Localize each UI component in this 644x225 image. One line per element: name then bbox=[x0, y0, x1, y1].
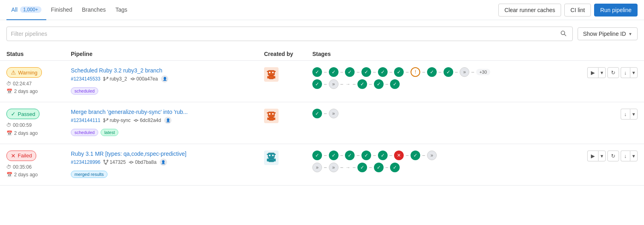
tab-all-badge: 1,000+ bbox=[20, 6, 41, 13]
commit-icon bbox=[129, 160, 134, 165]
pipeline-title-link[interactable]: Scheduled Ruby 3.2 ruby3_2 branch bbox=[71, 67, 162, 74]
search-icon-button[interactable] bbox=[559, 30, 568, 38]
play-action-group: ▶ ▾ bbox=[587, 151, 606, 161]
download-dropdown-button[interactable]: ▾ bbox=[630, 67, 638, 78]
mr-icon bbox=[103, 160, 108, 165]
status-meta: ⏱ 00:00:59 📅 2 days ago bbox=[6, 122, 58, 137]
stage-connector: – bbox=[439, 69, 442, 75]
retry-button[interactable]: ↻ bbox=[607, 151, 619, 161]
download-button[interactable]: ↓ bbox=[621, 151, 630, 161]
clock-icon: ⏱ bbox=[6, 163, 11, 171]
stage-connector: – bbox=[386, 81, 388, 87]
status-cell: ✕ Failed ⏱ 00:35:06 📅 2 days ago bbox=[0, 144, 64, 185]
stages-row: ✓–» bbox=[312, 109, 574, 118]
pipeline-title-link[interactable]: Ruby 3.1 MR [types: qa,code,rspec-predic… bbox=[71, 151, 186, 157]
pipeline-id-link[interactable]: #1234128996 bbox=[71, 159, 100, 165]
svg-point-28 bbox=[269, 113, 270, 115]
clear-runner-caches-button[interactable]: Clear runner caches bbox=[498, 4, 561, 17]
status-cell: ✓ Passed ⏱ 00:00:59 📅 2 days ago bbox=[0, 102, 64, 144]
col-header-status: Status bbox=[0, 47, 64, 61]
download-button[interactable]: ↓ bbox=[621, 109, 630, 120]
svg-rect-49 bbox=[274, 159, 276, 161]
actions-group: ↓ ▾ bbox=[587, 109, 638, 120]
search-input-wrap bbox=[6, 27, 573, 41]
clock-icon: ⏱ bbox=[6, 122, 11, 129]
commit-icon bbox=[134, 118, 138, 123]
duration: 02:24:47 bbox=[13, 80, 32, 88]
stage-connector: – bbox=[353, 165, 355, 170]
stage-dots-icon: » bbox=[460, 67, 469, 77]
stages-wrap: ✓–» bbox=[312, 109, 574, 118]
svg-point-19 bbox=[107, 119, 108, 120]
stage-connector: – bbox=[341, 165, 343, 170]
created-by-cell bbox=[258, 102, 306, 144]
stages-row: »–»–→–✓–✓–✓ bbox=[312, 163, 574, 172]
download-button[interactable]: ↓ bbox=[621, 67, 630, 78]
status-meta: ⏱ 00:35:06 📅 2 days ago bbox=[6, 163, 58, 179]
stage-check-icon: ✓ bbox=[361, 67, 371, 77]
stage-arrow-icon: → bbox=[345, 81, 350, 87]
svg-point-44 bbox=[269, 155, 270, 156]
retry-button[interactable]: ↻ bbox=[607, 67, 619, 78]
svg-point-18 bbox=[104, 119, 105, 120]
pipeline-commit: 000a47ea bbox=[130, 76, 158, 82]
pipeline-id-link[interactable]: #1234144111 bbox=[71, 118, 100, 123]
play-dropdown-button[interactable]: ▾ bbox=[598, 67, 606, 78]
tab-tags[interactable]: Tags bbox=[111, 0, 132, 20]
show-pipeline-id-button[interactable]: Show Pipeline ID ▼ bbox=[578, 27, 638, 40]
pipeline-title-link[interactable]: Merge branch 'generalize-ruby-sync' into… bbox=[71, 109, 188, 115]
stage-connector: – bbox=[341, 153, 343, 158]
tabs-actions: Clear runner caches CI lint Run pipeline bbox=[498, 4, 638, 17]
play-action-group: ▶ ▾ bbox=[587, 67, 606, 78]
svg-rect-31 bbox=[269, 117, 274, 120]
actions-cell: ▶ ▾ ↻ ↓ ▾ bbox=[581, 144, 644, 185]
tab-all[interactable]: All 1,000+ bbox=[6, 0, 46, 20]
stage-connector: – bbox=[357, 69, 359, 75]
chevron-down-icon: ▼ bbox=[628, 32, 632, 36]
calendar-icon: 📅 bbox=[6, 130, 12, 137]
stage-connector: – bbox=[369, 165, 372, 170]
stage-arrow-icon: → bbox=[345, 165, 350, 170]
pipeline-id-link[interactable]: #1234145533 bbox=[71, 76, 100, 82]
stage-connector: – bbox=[406, 153, 409, 158]
search-input[interactable] bbox=[11, 31, 559, 37]
user-avatar-sm: 👤 bbox=[160, 159, 167, 166]
play-button[interactable]: ▶ bbox=[587, 151, 598, 161]
stage-connector: – bbox=[455, 69, 458, 75]
branch-icon bbox=[103, 118, 108, 123]
svg-line-1 bbox=[564, 34, 566, 36]
stage-connector: – bbox=[324, 111, 327, 116]
branch-icon bbox=[103, 76, 108, 81]
tags-row: merged results bbox=[71, 168, 251, 178]
run-pipeline-button[interactable]: Run pipeline bbox=[594, 4, 638, 17]
status-label: Passed bbox=[18, 111, 35, 117]
stage-check-icon: ✓ bbox=[378, 151, 388, 160]
tab-branches[interactable]: Branches bbox=[77, 0, 111, 20]
chevron-down-icon: ▾ bbox=[632, 111, 635, 117]
status-label: Warning bbox=[18, 70, 37, 76]
download-dropdown-button[interactable]: ▾ bbox=[630, 151, 638, 161]
search-bar: Show Pipeline ID ▼ bbox=[0, 20, 644, 41]
svg-point-21 bbox=[135, 120, 137, 122]
pipeline-cell: Merge branch 'generalize-ruby-sync' into… bbox=[64, 102, 258, 144]
stage-check-icon: ✓ bbox=[312, 67, 322, 77]
clock-icon: ⏱ bbox=[6, 80, 11, 88]
stages-wrap: ✓–✓–✓–✓–✓–✕–✓–» »–»–→–✓–✓–✓ bbox=[312, 151, 574, 172]
play-button[interactable]: ▶ bbox=[587, 67, 598, 78]
stage-check-icon: ✓ bbox=[329, 151, 339, 160]
ci-lint-button[interactable]: CI lint bbox=[564, 4, 591, 17]
status-icon: ✕ bbox=[11, 153, 16, 159]
stage-check-icon: ✓ bbox=[312, 79, 322, 89]
download-dropdown-button[interactable]: ▾ bbox=[630, 109, 638, 120]
svg-rect-33 bbox=[274, 118, 275, 120]
tags-row: scheduled bbox=[71, 85, 251, 95]
stage-connector: – bbox=[422, 153, 425, 158]
play-dropdown-button[interactable]: ▾ bbox=[598, 151, 606, 161]
actions-group: ▶ ▾ ↻ ↓ ▾ bbox=[587, 151, 638, 161]
pipeline-tag: scheduled bbox=[71, 129, 98, 136]
stage-connector: – bbox=[324, 165, 327, 170]
stage-check-icon: ✓ bbox=[411, 151, 420, 160]
svg-rect-10 bbox=[267, 71, 268, 72]
svg-point-13 bbox=[272, 72, 274, 73]
tab-finished[interactable]: Finished bbox=[46, 0, 77, 20]
